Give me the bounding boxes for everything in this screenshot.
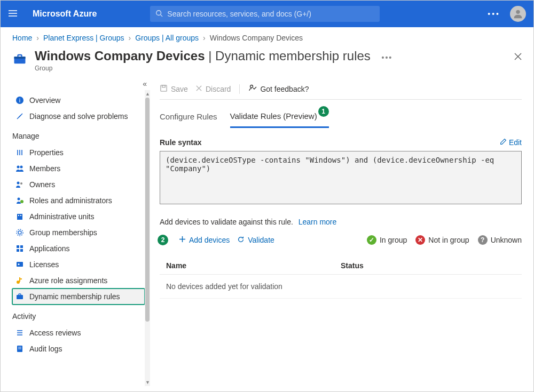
sidebar-item-access-reviews[interactable]: Access reviews: [12, 325, 145, 341]
breadcrumb-link[interactable]: Planet Express | Groups: [43, 34, 124, 42]
chevron-right-icon: ›: [36, 34, 39, 42]
svg-rect-30: [17, 249, 19, 252]
tab-configure-rules[interactable]: Configure Rules: [160, 107, 217, 128]
edit-button[interactable]: Edit: [500, 138, 522, 147]
page-header: Windows Company Devices | Dynamic member…: [1, 46, 533, 79]
collapse-chevron-icon[interactable]: «: [143, 79, 147, 88]
sidebar-item-properties[interactable]: Properties: [12, 145, 145, 161]
svg-point-20: [20, 182, 22, 185]
column-status[interactable]: Status: [341, 261, 515, 270]
chevron-right-icon: ›: [203, 34, 206, 42]
question-icon: ?: [478, 235, 488, 245]
sidebar-item-licenses[interactable]: Licenses: [12, 257, 145, 273]
svg-rect-45: [162, 85, 166, 87]
sidebar-item-label: Group memberships: [29, 228, 97, 237]
sidebar-item-roles[interactable]: Roles and administrators: [12, 193, 145, 209]
search-input[interactable]: [167, 10, 374, 18]
svg-point-48: [250, 85, 253, 88]
column-name[interactable]: Name: [166, 261, 341, 270]
svg-rect-29: [20, 245, 23, 248]
svg-rect-32: [17, 262, 23, 267]
scrollbar-thumb[interactable]: [145, 98, 150, 322]
breadcrumb-link[interactable]: Groups | All groups: [135, 34, 199, 42]
sidebar-item-applications[interactable]: Applications: [12, 241, 145, 257]
owners-icon: [15, 180, 24, 189]
legend-unknown: ?Unknown: [478, 235, 522, 245]
sidebar-item-admin-units[interactable]: Administrative units: [12, 209, 145, 225]
refresh-icon: [237, 236, 245, 245]
sidebar-item-label: Dynamic membership rules: [29, 292, 120, 301]
discard-button[interactable]: Discard: [195, 85, 231, 93]
callout-badge-2: 2: [158, 235, 168, 245]
add-devices-button[interactable]: Add devices: [179, 236, 230, 244]
svg-rect-44: [161, 85, 167, 91]
feedback-button[interactable]: Got feedback?: [248, 84, 309, 94]
breadcrumb-link[interactable]: Home: [12, 34, 32, 42]
key-icon: [15, 276, 24, 285]
close-icon[interactable]: [514, 53, 522, 62]
sidebar-item-label: Licenses: [29, 260, 59, 269]
learn-more-link[interactable]: Learn more: [299, 218, 337, 226]
avatar[interactable]: [510, 6, 526, 22]
legend-not-in-group: ✕Not in group: [415, 235, 469, 245]
sidebar-item-azure-role[interactable]: Azure role assignments: [12, 273, 145, 289]
x-icon: ✕: [415, 235, 425, 245]
search-icon: [155, 10, 163, 19]
tabs: Configure Rules Validate Rules (Preview)…: [160, 107, 522, 129]
rule-syntax-textarea[interactable]: (device.deviceOSType -contains "Windows"…: [160, 151, 522, 204]
table-header: Name Status: [160, 257, 522, 275]
sidebar-item-label: Properties: [29, 148, 64, 157]
sidebar: « i Overview Diagnose and solve problems…: [1, 79, 150, 390]
plus-icon: [179, 236, 186, 244]
sidebar-item-overview[interactable]: i Overview: [12, 92, 145, 108]
page-title-bold: Windows Company Devices: [35, 49, 205, 63]
table-empty-row: No devices added yet for validation: [160, 275, 522, 299]
hamburger-icon[interactable]: [8, 9, 18, 20]
svg-rect-25: [20, 215, 21, 216]
svg-rect-28: [17, 245, 19, 248]
validate-button[interactable]: Validate: [237, 236, 274, 245]
svg-point-17: [17, 166, 20, 169]
main-content: Save Discard Got feedback? Configure Rul…: [150, 79, 533, 390]
svg-point-19: [17, 182, 20, 185]
tab-label: Validate Rules (Preview): [230, 111, 317, 121]
sidebar-item-dynamic-rules[interactable]: Dynamic membership rules: [12, 289, 145, 305]
license-icon: [15, 260, 24, 269]
svg-text:i: i: [19, 97, 20, 103]
legend: ✓In group ✕Not in group ?Unknown: [367, 235, 522, 245]
more-icon[interactable]: •••: [488, 10, 500, 18]
scroll-down-arrow-icon[interactable]: ▼: [145, 380, 150, 385]
scrollbar[interactable]: ▲ ▼: [145, 90, 150, 386]
svg-point-5: [516, 10, 520, 14]
svg-line-13: [19, 114, 22, 117]
svg-rect-24: [18, 215, 19, 216]
list-icon: [15, 329, 24, 337]
grid-icon: [15, 244, 24, 253]
add-devices-label: Add devices: [189, 236, 230, 244]
legend-in-group: ✓In group: [367, 235, 407, 245]
svg-point-26: [18, 231, 21, 234]
search-box[interactable]: [150, 6, 380, 22]
sidebar-item-owners[interactable]: Owners: [12, 177, 145, 193]
page-title: Windows Company Devices | Dynamic member…: [35, 49, 392, 63]
command-bar: Save Discard Got feedback?: [160, 79, 522, 100]
sidebar-item-audit-logs[interactable]: Audit logs: [12, 341, 145, 357]
page-subtitle: Group: [35, 65, 392, 72]
callout-badge-1: 1: [318, 106, 329, 117]
save-button[interactable]: Save: [160, 84, 188, 94]
scroll-up-arrow-icon[interactable]: ▲: [145, 91, 150, 97]
svg-rect-35: [19, 277, 20, 282]
sidebar-item-group-memberships[interactable]: Group memberships: [12, 225, 145, 241]
more-icon[interactable]: •••: [382, 53, 393, 62]
sidebar-item-members[interactable]: Members: [12, 161, 145, 177]
brand-label[interactable]: Microsoft Azure: [33, 9, 97, 19]
wrench-icon: [15, 112, 24, 121]
search-wrapper: [150, 6, 380, 22]
sidebar-item-label: Azure role assignments: [29, 276, 107, 285]
sidebar-item-diagnose[interactable]: Diagnose and solve problems: [12, 108, 145, 124]
briefcase-icon: [15, 292, 24, 301]
svg-point-3: [156, 10, 161, 15]
tab-validate-rules[interactable]: Validate Rules (Preview) 1: [230, 107, 329, 128]
gear-icon: [15, 228, 24, 237]
svg-point-21: [18, 198, 20, 201]
